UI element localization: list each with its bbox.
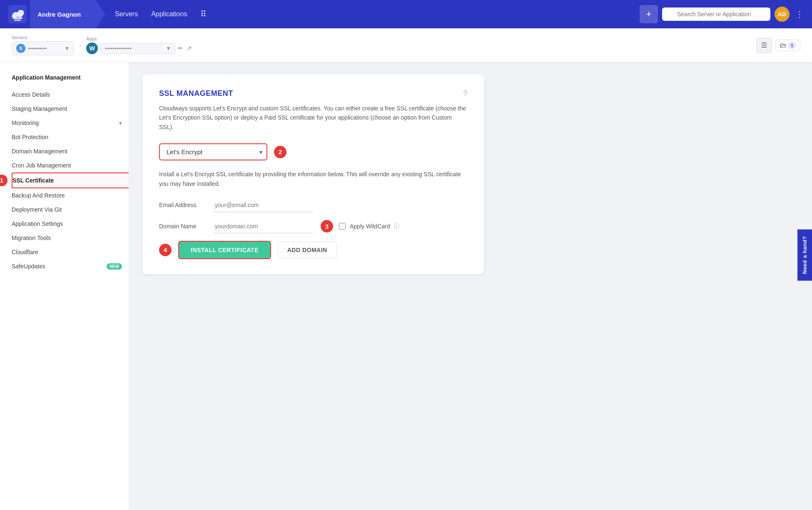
sidebar-item-backup-restore[interactable]: Backup And Restore (12, 188, 129, 202)
servers-section: Servers S •••••••••• ▼ (12, 35, 74, 55)
sidebar-item-domain-management[interactable]: Domain Management (12, 144, 129, 158)
apps-section: Apps W •••••••••••••• ▼ ✏ ↗ (86, 36, 192, 54)
grid-icon[interactable]: ⠿ (200, 9, 207, 19)
apps-label: Apps (86, 36, 192, 41)
breadcrumb-right: ☰ 🗁 1 (756, 38, 800, 53)
wp-icon: W (86, 42, 98, 54)
ssl-card: SSL MANAGEMENT ? Cloudways supports Let'… (142, 74, 484, 274)
sidebar-item-ssl-certificate[interactable]: SSL Certificate (12, 172, 129, 188)
email-row: Email Address (159, 198, 467, 212)
sidebar: Application Management Access Details St… (0, 62, 129, 510)
step1-badge: 1 (0, 175, 7, 186)
wildcard-label: Apply WildCard (350, 223, 390, 230)
app-icons: ✏ ↗ (178, 45, 192, 52)
sidebar-item-deployment-git[interactable]: Deployment Via Git (12, 202, 129, 217)
search-wrapper: 🔍 (662, 8, 770, 21)
server-select[interactable]: S •••••••••• ▼ (12, 41, 74, 55)
servers-label: Servers (12, 35, 74, 40)
step2-badge: 2 (274, 146, 286, 158)
topnav: Andre Gagnon Servers Applications ⠿ + 🔍 … (0, 0, 812, 28)
domain-label: Domain Name (159, 223, 213, 230)
sidebar-item-safeupdates[interactable]: SafeUpdates NEW (12, 259, 129, 273)
server-chevron-icon: ▼ (65, 45, 70, 51)
sidebar-item-monitoring[interactable]: Monitoring ▾ (12, 116, 129, 130)
app-chevron-icon: ▼ (166, 45, 171, 51)
email-input[interactable] (213, 198, 313, 212)
step3-badge: 3 (321, 220, 333, 232)
sidebar-ssl-row: 1 SSL Certificate (12, 172, 129, 188)
add-domain-button[interactable]: ADD DOMAIN (278, 242, 337, 258)
app-selector: W •••••••••••••• ▼ ✏ ↗ (86, 42, 192, 54)
content-area: SSL MANAGEMENT ? Cloudways supports Let'… (129, 62, 812, 510)
ssl-install-description: Install a Let's Encrypt SSL certificate … (159, 170, 467, 188)
folder-view-button[interactable]: 🗁 1 (775, 40, 800, 51)
ssl-dropdown-row: Let's Encrypt Custom SSL ▾ 2 (159, 143, 467, 160)
sidebar-item-staging-management[interactable]: Staging Management (12, 102, 129, 116)
app-name: •••••••••••••• (105, 45, 163, 52)
step4-badge: 4 (159, 244, 172, 256)
list-view-button[interactable]: ☰ (756, 38, 772, 53)
app-select[interactable]: •••••••••••••• ▼ (100, 43, 175, 54)
buttons-row: 4 INSTALL CERTIFICATE ADD DOMAIN (159, 241, 467, 259)
logo[interactable] (8, 5, 27, 23)
sidebar-item-cloudflare[interactable]: Cloudflare (12, 245, 129, 259)
sidebar-item-access-details[interactable]: Access Details (12, 88, 129, 102)
svg-rect-2 (14, 20, 21, 21)
wildcard-checkbox[interactable] (339, 223, 346, 230)
server-dot: S (16, 44, 25, 53)
ssl-title: SSL MANAGEMENT (159, 89, 233, 98)
main-layout: Application Management Access Details St… (0, 62, 812, 510)
domain-input[interactable] (213, 220, 313, 233)
more-menu-icon[interactable]: ⋮ (795, 9, 804, 19)
ssl-dropdown-wrapper: Let's Encrypt Custom SSL ▾ (159, 143, 267, 160)
servers-link[interactable]: Servers (115, 10, 138, 18)
breadcrumb-bar: Servers S •••••••••• ▼ › Apps W ••••••••… (0, 28, 812, 62)
sidebar-item-migration-tools[interactable]: Migration Tools (12, 231, 129, 245)
user-name: Andre Gagnon (37, 11, 81, 18)
monitoring-chevron-icon: ▾ (119, 120, 122, 126)
breadcrumb-arrow-icon: › (79, 42, 81, 49)
add-button[interactable]: + (640, 5, 658, 23)
sidebar-item-bot-protection[interactable]: Bot Protection (12, 130, 129, 144)
domain-row: Domain Name 3 Apply WildCard ⓘ (159, 220, 467, 233)
sidebar-item-cron-job-management[interactable]: Cron Job Management (12, 158, 129, 172)
server-name: •••••••••• (28, 45, 62, 52)
email-label: Email Address (159, 202, 213, 208)
sidebar-section-title: Application Management (12, 74, 129, 81)
wildcard-help-icon[interactable]: ⓘ (394, 222, 399, 230)
need-hand-tab[interactable]: Need a hand? (797, 229, 812, 280)
ssl-help-icon[interactable]: ? (463, 89, 467, 98)
wildcard-row: Apply WildCard ⓘ (339, 222, 399, 230)
edit-icon[interactable]: ✏ (178, 45, 183, 52)
ssl-card-header: SSL MANAGEMENT ? (159, 89, 467, 98)
sidebar-item-application-settings[interactable]: Application Settings (12, 217, 129, 231)
user-breadcrumb[interactable]: Andre Gagnon (30, 0, 105, 28)
topnav-nav: Servers Applications ⠿ (107, 9, 640, 19)
ssl-description: Cloudways supports Let's Encrypt and cus… (159, 104, 467, 132)
install-certificate-button[interactable]: INSTALL CERTIFICATE (178, 241, 271, 259)
applications-link[interactable]: Applications (151, 10, 187, 18)
external-link-icon[interactable]: ↗ (187, 45, 192, 52)
search-input[interactable] (662, 8, 770, 21)
avatar[interactable]: AG (775, 7, 790, 22)
svg-rect-1 (12, 18, 22, 19)
topnav-actions: + 🔍 AG ⋮ (640, 5, 804, 23)
ssl-type-select[interactable]: Let's Encrypt Custom SSL (159, 143, 267, 160)
new-badge: NEW (107, 263, 122, 270)
folder-icon: 🗁 (780, 42, 787, 49)
folder-badge: 1 (788, 42, 796, 49)
